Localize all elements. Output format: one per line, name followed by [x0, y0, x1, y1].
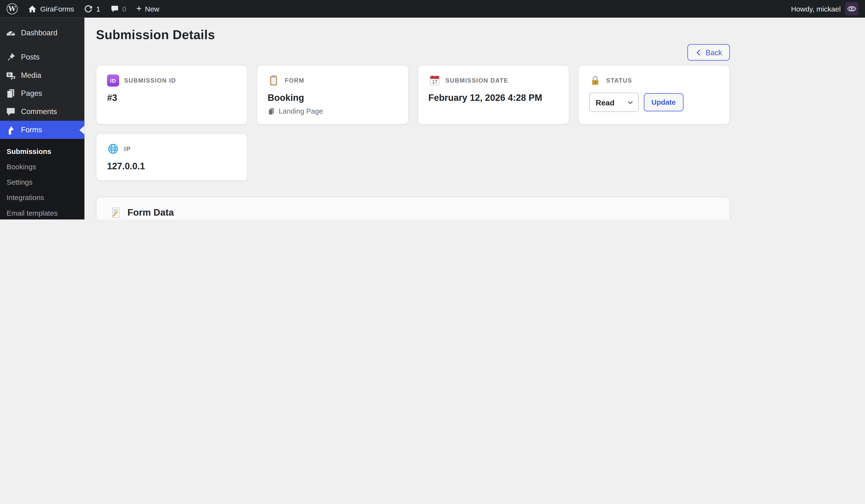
- new-label: New: [145, 5, 159, 13]
- sidebar-item-label: Dashboard: [21, 28, 57, 37]
- app: W GiraForms 1 0: [0, 0, 865, 220]
- submenu-item-integrations[interactable]: Integrations: [0, 190, 84, 205]
- sidebar-item-posts[interactable]: Posts: [0, 48, 84, 66]
- comment-count: 0: [122, 5, 126, 13]
- summary-cards: ID SUBMISSION ID #3: [96, 65, 730, 181]
- avatar[interactable]: [845, 2, 858, 15]
- back-label: Back: [705, 48, 722, 56]
- comments-indicator[interactable]: 0: [110, 4, 126, 13]
- sidebar-item-pages[interactable]: Pages: [0, 84, 84, 103]
- chevron-left-icon: [695, 49, 702, 56]
- sidebar-item-label: Media: [21, 71, 41, 79]
- clipboard-icon: [268, 74, 280, 87]
- site-name-label: GiraForms: [41, 5, 74, 13]
- submission-date-value: February 12, 2026 4:28 PM: [428, 93, 558, 103]
- sidebar-item-label: Posts: [21, 53, 39, 61]
- submenu-item-email-templates[interactable]: Email templates: [0, 205, 84, 220]
- wordpress-menu[interactable]: W: [7, 3, 18, 14]
- media-icon: [5, 70, 16, 81]
- form-data-panel: Form Data Full Name text_ycixescvs Jon S…: [96, 197, 730, 220]
- sidebar-item-comments[interactable]: Comments: [0, 103, 84, 121]
- sidebar-item-dashboard[interactable]: Dashboard: [0, 24, 84, 42]
- update-count: 1: [96, 5, 100, 13]
- form-page-value: Landing Page: [279, 107, 323, 115]
- card-status: STATUS Read Update: [578, 65, 730, 125]
- sidebar-item-label: Forms: [21, 126, 42, 134]
- lock-icon: [589, 74, 601, 87]
- posts-icon: [5, 51, 16, 63]
- home-icon: [27, 4, 37, 13]
- new-content-menu[interactable]: + New: [136, 5, 159, 13]
- submenu-item-bookings[interactable]: Bookings: [0, 159, 84, 174]
- card-label: STATUS: [606, 77, 632, 84]
- card-label: IP: [124, 145, 131, 152]
- dashboard-icon: [5, 27, 16, 38]
- howdy-label[interactable]: Howdy, mickael: [791, 5, 841, 13]
- forms-submenu: Submissions Bookings Settings Integratio…: [0, 139, 84, 220]
- giraffe-forms-icon: [5, 125, 16, 136]
- sidebar-item-media[interactable]: Media: [0, 66, 84, 84]
- admin-bar: W GiraForms 1 0: [0, 0, 865, 17]
- form-data-title: Form Data: [127, 207, 174, 218]
- comments-bubble-icon: [110, 4, 119, 13]
- card-label: SUBMISSION ID: [124, 77, 176, 84]
- admin-bar-left: W GiraForms 1 0: [7, 3, 160, 14]
- pages-icon: [5, 88, 16, 99]
- form-name-value: Booking: [268, 93, 397, 103]
- submenu-item-settings[interactable]: Settings: [0, 174, 84, 190]
- calendar-icon: 17: [428, 74, 441, 87]
- card-submission-id: ID SUBMISSION ID #3: [96, 65, 248, 125]
- submission-id-value: #3: [107, 93, 237, 103]
- sidebar-item-label: Pages: [21, 89, 42, 97]
- wordpress-logo-icon: W: [7, 3, 18, 14]
- card-form: FORM Booking Landing Page: [257, 65, 408, 125]
- eye-icon: [846, 3, 857, 14]
- admin-bar-right: Howdy, mickael: [791, 2, 858, 15]
- plus-icon: +: [136, 3, 142, 13]
- update-icon: [84, 4, 93, 13]
- globe-icon: [107, 143, 119, 155]
- id-badge-icon: ID: [107, 74, 119, 87]
- memo-icon: [110, 207, 122, 219]
- submenu-item-submissions[interactable]: Submissions: [0, 143, 84, 159]
- pages-icon: [268, 107, 275, 115]
- update-status-button[interactable]: Update: [644, 93, 683, 112]
- card-label: FORM: [285, 77, 304, 84]
- site-name-link[interactable]: GiraForms: [27, 4, 74, 13]
- svg-text:17: 17: [432, 79, 437, 84]
- ip-value: 127.0.0.1: [107, 161, 237, 172]
- sidebar-item-label: Comments: [21, 108, 57, 116]
- card-submission-date: 17 SUBMISSION DATE February 12, 2026 4:2…: [417, 65, 569, 125]
- status-select[interactable]: Read: [589, 93, 639, 112]
- main-content: Submission Details Back ID SUBMISSION ID: [84, 17, 865, 220]
- sidebar: Dashboard Posts Media: [0, 17, 84, 220]
- back-button[interactable]: Back: [688, 44, 730, 61]
- updates-indicator[interactable]: 1: [84, 4, 100, 13]
- card-label: SUBMISSION DATE: [446, 77, 508, 84]
- sidebar-item-forms[interactable]: Forms: [0, 121, 84, 139]
- comments-icon: [5, 106, 16, 117]
- card-ip: IP 127.0.0.1: [96, 133, 248, 181]
- page-title: Submission Details: [96, 27, 730, 43]
